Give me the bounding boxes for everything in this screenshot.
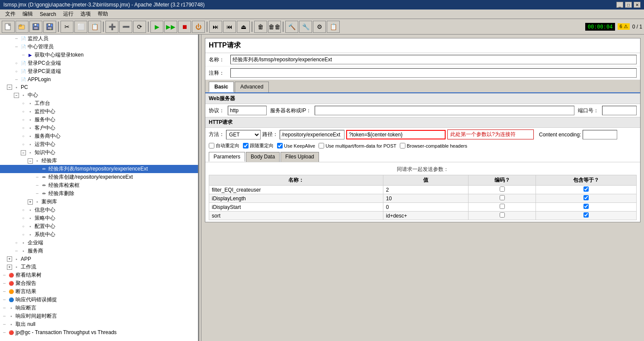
port-input[interactable] <box>602 106 637 115</box>
name-input[interactable] <box>230 55 637 64</box>
tree-item-applogin[interactable]: ─ 📄 APPLogin <box>0 76 198 83</box>
tree-item-jiankonzhongxin[interactable]: ○ ▪ 监控中心 <box>0 107 198 116</box>
tree-item-dengluPC[interactable]: ○ 📄 登录PC企业端 <box>0 59 198 67</box>
tree-item-fuwuzhongxin[interactable]: ○ ▪ 服务中心 <box>0 116 198 124</box>
minimize-button[interactable]: _ <box>616 2 623 8</box>
maximize-button[interactable]: □ <box>625 2 632 8</box>
toolbar-btn-copy[interactable]: ⬜ <box>74 21 87 33</box>
checkbox-encode-3[interactable] <box>500 212 505 218</box>
menu-search[interactable]: Search <box>36 10 60 18</box>
checkbox-browser-headers[interactable]: Browser-compatible headers <box>400 143 467 148</box>
tree-item-yunying[interactable]: ○ ▪ 运营中心 <box>0 140 198 148</box>
toolbar-btn-expand[interactable]: ➕ <box>105 21 118 33</box>
tree-item-peizhizhongxin[interactable]: ○ ▪ 配置中心 <box>0 222 198 230</box>
toolbar-btn-saveas[interactable]: + <box>43 21 56 33</box>
tab-advanced[interactable]: Advanced <box>235 82 269 92</box>
tree-item-kehuxzhongxin[interactable]: ○ ▪ 客户中心 <box>0 124 198 132</box>
tree-item-jingyanku-create[interactable]: ─ ✏ 经验库创建/repository/experienceExt <box>0 173 198 181</box>
menu-edit[interactable]: 编辑 <box>19 9 36 19</box>
checkbox-include-0[interactable] <box>583 186 589 192</box>
toolbar-btn-start[interactable]: ▶ <box>150 21 163 33</box>
menu-options[interactable]: 选项 <box>77 9 94 19</box>
toolbar-btn-refresh[interactable]: ⟳ <box>133 21 146 33</box>
expand-btn-zhishizhongxin[interactable]: − <box>21 150 26 155</box>
toolbar-btn-func[interactable]: 🔧 <box>299 21 312 33</box>
checkbox-include-3[interactable] <box>583 212 589 218</box>
tab-basic[interactable]: Basic <box>209 82 234 92</box>
expand-btn-APP[interactable]: + <box>7 256 12 262</box>
toolbar-btn-templates[interactable]: 🔨 <box>285 21 298 33</box>
path-input[interactable] <box>280 130 344 139</box>
checkbox-encode-0[interactable] <box>500 186 505 192</box>
tree-item-dengluqudao[interactable]: ○ 📄 登录PC渠道端 <box>0 67 198 76</box>
tree-item-PC[interactable]: − ▪ PC <box>0 83 198 91</box>
menu-help[interactable]: 帮助 <box>94 9 112 19</box>
menu-file[interactable]: 文件 <box>2 9 19 19</box>
toolbar-btn-clear[interactable]: 🗑 <box>254 21 267 33</box>
tree-item-zhongxin[interactable]: − ▪ 中心 <box>0 91 198 99</box>
toolbar-btn-remote-start[interactable]: ⏭ <box>209 21 222 33</box>
checkbox-keepalive-input[interactable] <box>277 143 283 148</box>
sub-tab-body-data[interactable]: Body Data <box>246 152 280 162</box>
menu-run[interactable]: 运行 <box>60 9 77 19</box>
toolbar-btn-props[interactable]: ⚙ <box>313 21 326 33</box>
toolbar-btn-remote-stop[interactable]: ⏮ <box>223 21 236 33</box>
encoding-input[interactable] <box>583 130 617 139</box>
tree-item-xiangying-overtime[interactable]: ─ ▪ 响应时间超时断言 <box>0 312 198 320</box>
checkbox-encode-2[interactable] <box>500 204 505 209</box>
tree-item-chakanjieguo[interactable]: ─ 🔴 察看结果树 <box>0 271 198 279</box>
tree-item-fuwushangzhongxin[interactable]: ○ ▪ 服务商中心 <box>0 132 198 140</box>
tree-item-jingyanku[interactable]: − ▪ 经验库 <box>0 157 198 165</box>
toolbar-btn-collapse[interactable]: ➖ <box>119 21 132 33</box>
checkbox-follow-direct[interactable]: 跟随重定向 <box>243 142 274 149</box>
checkbox-auto-direct-input[interactable] <box>209 143 214 148</box>
checkbox-browser-headers-input[interactable] <box>400 143 405 148</box>
toolbar-btn-stop[interactable]: ⏹ <box>178 21 191 33</box>
method-select[interactable]: GET POST PUT DELETE <box>226 130 261 139</box>
tree-item-gongzuoliu[interactable]: + ▪ 工作流 <box>0 263 198 271</box>
tree-item-jingyanku-search[interactable]: ─ ✏ 经验库检索框 <box>0 181 198 189</box>
tree-item-huoqu-token[interactable]: ─ ▶ 获取中心端登录token <box>0 51 198 59</box>
toolbar-btn-paste[interactable]: 📋 <box>88 21 101 33</box>
tree-item-zhongxin-guanli[interactable]: ─ 📄 中心管理员 <box>0 43 198 51</box>
path-suffix-input[interactable] <box>346 130 446 139</box>
expand-btn-PC[interactable]: − <box>7 85 12 90</box>
toolbar-btn-save[interactable] <box>29 21 42 33</box>
close-button[interactable]: ✕ <box>634 2 641 8</box>
checkbox-keepalive[interactable]: Use KeepAlive <box>277 143 315 148</box>
checkbox-multipart[interactable]: Use multipart/form-data for POST <box>319 143 396 148</box>
expand-btn-jingyanku[interactable]: − <box>28 158 33 164</box>
toolbar-btn-start-no-pause[interactable]: ▶▶ <box>164 21 177 33</box>
tree-item-xinxizhongxin[interactable]: ○ ▪ 信息中心 <box>0 206 198 214</box>
expand-btn-gongzuoliu[interactable]: + <box>7 265 12 270</box>
tree-item-duanjie[interactable]: ─ 🟠 断言结果 <box>0 287 198 296</box>
expand-btn-zhongxin[interactable]: − <box>14 93 19 98</box>
tree-item-fuwushang[interactable]: ─ ▪ 服务商 <box>0 247 198 255</box>
tree-item-jp-chart[interactable]: ─ 🔴 jp@gc - Transaction Throughput vs Th… <box>0 328 198 336</box>
protocol-input[interactable] <box>228 106 267 115</box>
toolbar-btn-open[interactable] <box>16 21 29 33</box>
tree-item-qiyeduan[interactable]: ○ ▪ 企业端 <box>0 239 198 247</box>
tree-item-jingyankuliebiao[interactable]: ─ ✏ 经验库列表/lsmsp/repository/experienceExt <box>0 165 198 173</box>
tree-item-quchunull[interactable]: ─ ▪ 取出 null <box>0 320 198 328</box>
tree-item-jingyanku-del[interactable]: ─ ✏ 经验库删除 <box>0 189 198 198</box>
toolbar-btn-cut[interactable]: ✂ <box>61 21 73 33</box>
checkbox-include-2[interactable] <box>583 204 589 209</box>
tree-item-APP[interactable]: + ▪ APP <box>0 255 198 263</box>
toolbar-btn-new[interactable] <box>2 21 15 33</box>
checkbox-encode-1[interactable] <box>500 195 505 200</box>
tree-item-xiangying-duanjian[interactable]: ─ ▪ 响应断言 <box>0 304 198 312</box>
tree-item-anliKu[interactable]: + ▪ 案例库 <box>0 198 198 206</box>
toolbar-btn-log[interactable]: 📋 <box>327 21 340 33</box>
tree-item-xitongzhongxin[interactable]: ○ ▪ 系统中心 <box>0 230 198 239</box>
checkbox-follow-direct-input[interactable] <box>243 143 249 148</box>
checkbox-include-1[interactable] <box>583 195 589 200</box>
checkbox-multipart-input[interactable] <box>319 143 324 148</box>
checkbox-auto-direct[interactable]: 自动重定向 <box>209 142 239 149</box>
expand-btn-anliKu[interactable]: + <box>28 199 33 205</box>
tree-item-zhishizhongxin[interactable]: − ▪ 知识中心 <box>0 148 198 157</box>
tree-item-zuotai[interactable]: ○ ▪ 工作台 <box>0 99 198 107</box>
tree-item-jiankongrenyuan[interactable]: ─ 📄 监控人员 <box>0 35 198 43</box>
tree-item-juhebaogao[interactable]: ─ 🔴 聚合报告 <box>0 279 198 287</box>
sub-tab-files-upload[interactable]: Files Upload <box>281 152 319 162</box>
